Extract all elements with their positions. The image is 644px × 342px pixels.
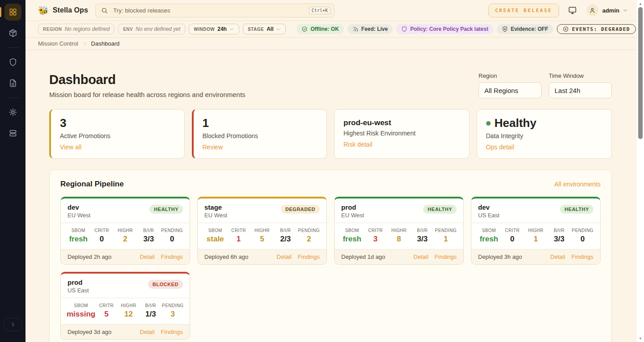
stat-critr: CRITR5 — [95, 303, 117, 319]
stat-column-value: 0 — [571, 235, 594, 244]
stat-column-value: 2/3 — [274, 235, 297, 244]
global-search[interactable]: Ctrl+K — [95, 4, 335, 17]
sidebar-collapse-button[interactable] — [4, 318, 22, 331]
time-window-filter-label: Time Window — [549, 72, 612, 79]
stat-sbom: SBOMstale — [203, 228, 227, 244]
chevron-down-icon — [623, 8, 628, 13]
stat-card: Healthy Data Integrity Ops detail — [477, 109, 612, 159]
deployed-label: Deployed 1d ago — [341, 253, 385, 260]
stat-column-label: CRITR — [364, 228, 387, 233]
user-menu[interactable]: admin — [587, 4, 628, 16]
findings-link[interactable]: Findings — [435, 253, 457, 260]
detail-link[interactable]: Detail — [140, 253, 155, 260]
stat-label: Data Integrity — [486, 132, 603, 139]
stage-pill-label: STAGE — [248, 27, 264, 32]
stat-column-value: 2 — [114, 235, 137, 244]
app-title: Stella Ops — [53, 6, 88, 14]
findings-link[interactable]: Findings — [572, 253, 593, 260]
environment-region: US East — [478, 212, 500, 219]
stat-link[interactable]: Review — [203, 144, 223, 151]
stat-pending: PENDING3 — [162, 303, 184, 319]
pipeline-card: prod EU West HEALTHY SBOMfreshCRITR3HIGH… — [334, 197, 464, 265]
app-logo: 🐝 — [38, 6, 49, 15]
sidebar-item-security[interactable] — [4, 54, 21, 71]
time-window-select[interactable]: Last 24h — [549, 82, 612, 98]
page-scrollbar[interactable]: ▲ ▼ — [637, 0, 644, 342]
sidebar-item-documents[interactable] — [4, 75, 21, 92]
region-select[interactable]: All Regions — [479, 82, 542, 98]
detail-link[interactable]: Detail — [140, 329, 155, 335]
stat-value: 3 — [60, 116, 175, 130]
pipeline-grid: dev EU West HEALTHY SBOMfreshCRITR0HIGHR… — [60, 197, 601, 340]
gear-icon — [8, 108, 17, 117]
detail-link[interactable]: Detail — [551, 253, 565, 260]
document-icon — [8, 79, 17, 88]
stat-card: 1 Blocked Promotions Review — [192, 109, 327, 159]
stat-value: prod-eu-west — [343, 118, 460, 127]
stat-bir: B/I/R1/3 — [140, 303, 161, 319]
stat-column-value: 8 — [387, 235, 411, 244]
page-title: Dashboard — [49, 72, 246, 87]
findings-link[interactable]: Findings — [161, 253, 183, 260]
stat-column-label: PENDING — [162, 303, 184, 308]
stat-bir: B/I/R3/3 — [137, 228, 160, 244]
events-status-pill[interactable]: EVENTS: DEGRADED — [557, 24, 636, 34]
sidebar-item-settings[interactable] — [4, 104, 21, 121]
stat-link[interactable]: Ops detail — [486, 144, 514, 151]
window-context-pill[interactable]: WINDOW 24h — [189, 24, 239, 34]
sidebar-item-releases[interactable] — [4, 25, 21, 42]
sidebar-items — [4, 4, 21, 142]
stat-column-label: SBOM — [340, 228, 364, 233]
search-input[interactable] — [113, 7, 309, 14]
sidebar-item-dashboard[interactable] — [4, 4, 21, 21]
stat-critr: CRITR0 — [500, 228, 524, 244]
sidebar-item-infrastructure[interactable] — [4, 125, 21, 142]
stat-column-label: B/I/R — [140, 303, 161, 308]
time-window-select-value: Last 24h — [555, 87, 580, 94]
env-pill-label: ENV — [123, 27, 133, 32]
region-context-pill[interactable]: REGION No regions defined — [38, 24, 114, 34]
stat-link[interactable]: View all — [60, 144, 81, 151]
stat-column-value: fresh — [477, 235, 500, 244]
topbar: 🐝 Stella Ops Ctrl+K CREATE RELEASE admin — [25, 0, 637, 21]
stat-sbom: SBOMfresh — [340, 228, 364, 244]
breadcrumb-parent[interactable]: Mission Control — [38, 40, 78, 47]
findings-link[interactable]: Findings — [161, 329, 183, 335]
shield-x-icon — [502, 26, 508, 32]
chevron-down-icon — [229, 27, 234, 32]
deployed-label: Deployed 3d ago — [68, 329, 111, 335]
scrollbar-down-arrow[interactable]: ▼ — [637, 335, 644, 342]
scrollbar-thumb[interactable] — [638, 7, 643, 139]
window-pill-value: 24h — [217, 26, 227, 32]
region-pill-value: No regions defined — [64, 26, 110, 32]
findings-link[interactable]: Findings — [298, 253, 320, 260]
create-release-button[interactable]: CREATE RELEASE — [488, 4, 559, 17]
chevron-right-icon — [10, 321, 16, 328]
policy-status-pill: Policy: Core Policy Pack latest — [396, 24, 493, 34]
scrollbar-up-arrow[interactable]: ▲ — [637, 0, 644, 7]
detail-link[interactable]: Detail — [414, 253, 428, 260]
stat-column-value: 3 — [364, 235, 387, 244]
chevron-right-icon — [82, 41, 87, 46]
stat-column-value: fresh — [67, 235, 90, 244]
shield-icon — [8, 58, 17, 67]
offline-status-label: Offline: OK — [310, 26, 339, 32]
stage-context-pill[interactable]: STAGE All — [243, 24, 286, 34]
main-column: 🐝 Stella Ops Ctrl+K CREATE RELEASE admin… — [25, 0, 637, 342]
env-context-pill[interactable]: ENV No env defined yet — [118, 24, 185, 34]
server-icon — [8, 129, 17, 138]
stat-highr: HIGHR8 — [387, 228, 411, 244]
all-environments-link[interactable]: All environments — [555, 181, 601, 188]
stat-bir: B/I/R3/3 — [411, 228, 434, 244]
stat-column-label: SBOM — [67, 228, 90, 233]
stat-critr: CRITR3 — [364, 228, 387, 244]
user-name: admin — [602, 7, 619, 14]
status-badge: HEALTHY — [560, 205, 593, 214]
stat-column-value: 0 — [90, 235, 113, 244]
stat-column-label: PENDING — [571, 228, 594, 233]
detail-link[interactable]: Detail — [277, 253, 292, 260]
regional-pipeline-panel: Regional Pipeline All environments dev E… — [49, 169, 612, 342]
stat-link[interactable]: Risk detail — [343, 141, 373, 148]
stat-pending: PENDING0 — [571, 228, 594, 244]
monitor-icon[interactable] — [568, 6, 577, 15]
